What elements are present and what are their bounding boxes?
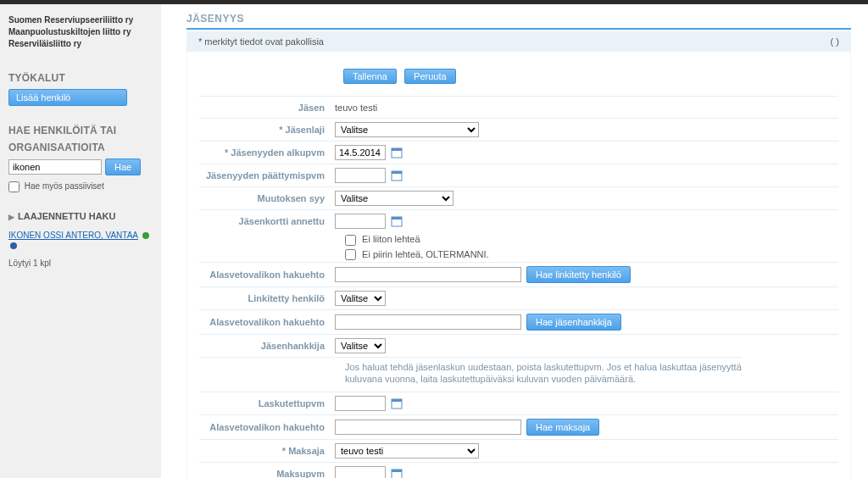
liiton-lehtea-row[interactable]: Ei liiton lehteä	[345, 234, 420, 244]
label-jasenhankkija: Jäsenhankkija	[199, 341, 335, 351]
paren-indicator: ( )	[831, 36, 839, 47]
input-alasveto-2[interactable]	[335, 314, 521, 330]
hae-linkitetty-button[interactable]: Hae linkitetty henkilö	[526, 266, 631, 283]
calendar-icon[interactable]	[391, 170, 403, 181]
svg-rect-3	[392, 171, 402, 174]
checkbox-piirin-lehtea[interactable]	[345, 249, 356, 260]
label-liiton-lehtea: Ei liiton lehteä	[362, 234, 420, 244]
label-alasveto-2: Alasvetovalikon hakuehto	[199, 317, 335, 327]
input-alasveto-1[interactable]	[335, 267, 521, 282]
hae-maksaja-button[interactable]: Hae maksaja	[526, 419, 599, 436]
status-dot-blue	[10, 242, 17, 249]
hae-jasenhankkija-button[interactable]: Hae jäsenhankkija	[526, 314, 621, 331]
label-alasveto-1: Alasvetovalikon hakuehto	[199, 270, 335, 280]
org-item: Maanpuolustuskiltojen liitto ry	[8, 26, 153, 38]
svg-rect-5	[392, 217, 402, 220]
result-count: Löytyi 1 kpl	[8, 258, 153, 268]
calendar-icon[interactable]	[391, 468, 403, 478]
page-title: JÄSENYYS	[186, 13, 851, 25]
label-linkitetty: Linkitetty henkilö	[199, 293, 335, 303]
label-jasenlaji: * Jäsenlaji	[199, 125, 335, 135]
select-jasenlaji[interactable]: Valitse	[335, 122, 479, 137]
billing-note: Jos haluat tehdä jäsenlaskun uudestaan, …	[199, 357, 742, 392]
select-jasenhankkija[interactable]: Valitse	[335, 338, 386, 353]
svg-rect-7	[392, 399, 402, 402]
org-list: Suomen Reserviupseeriliitto ry Maanpuolu…	[8, 14, 153, 50]
save-button[interactable]: Tallenna	[343, 69, 397, 84]
advanced-search-toggle[interactable]: LAAJENNETTU HAKU	[8, 211, 153, 221]
passive-checkbox-row[interactable]: Hae myös passiiviset	[8, 181, 104, 191]
label-laskutettupvm: Laskutettupvm	[199, 398, 335, 409]
label-alasveto-3: Alasvetovalikon hakuehto	[199, 422, 335, 432]
input-alkupvm[interactable]	[335, 145, 386, 160]
search-button[interactable]: Hae	[105, 158, 141, 175]
piirin-lehtea-row[interactable]: Ei piirin lehteä, OLTERMANNI.	[345, 249, 489, 259]
search-result-row: IKONEN OSSI ANTERO, VANTAA	[8, 230, 153, 250]
calendar-icon[interactable]	[391, 147, 403, 158]
label-maksaja: * Maksaja	[199, 446, 335, 456]
search-heading-2: ORGANISAATIOITA	[8, 142, 153, 153]
add-person-button[interactable]: Lisää henkilö	[8, 89, 127, 106]
org-item: Suomen Reserviupseeriliitto ry	[8, 14, 153, 26]
input-kortti[interactable]	[335, 214, 386, 229]
org-item: Reserviläisliitto ry	[8, 38, 153, 50]
select-muutoksensyy[interactable]: Valitse	[335, 191, 453, 206]
action-row: Tallenna Peruuta	[199, 69, 838, 84]
checkbox-liiton-lehtea[interactable]	[345, 235, 356, 246]
cancel-button[interactable]: Peruuta	[404, 69, 456, 84]
search-result-link[interactable]: IKONEN OSSI ANTERO, VANTAA	[8, 231, 138, 240]
label-maksupvm: Maksupvm	[199, 469, 335, 478]
passive-checkbox[interactable]	[8, 181, 19, 192]
input-maksupvm[interactable]	[335, 466, 386, 478]
input-laskutettupvm[interactable]	[335, 396, 386, 411]
form-area: Tallenna Peruuta Jäsen teuvo testi * Jäs…	[186, 52, 851, 478]
input-paattymispvm[interactable]	[335, 168, 386, 183]
required-text: * merkityt tiedot ovat pakollisia	[198, 36, 324, 47]
svg-rect-1	[392, 148, 402, 151]
sidebar: Suomen Reserviupseeriliitto ry Maanpuolu…	[0, 4, 161, 478]
label-muutoksensyy: Muutoksen syy	[199, 193, 335, 203]
title-underline	[186, 28, 851, 30]
search-heading-1: HAE HENKILÖITÄ TAI	[8, 125, 153, 136]
label-jasen: Jäsen	[199, 103, 335, 113]
value-jasen: teuvo testi	[335, 103, 838, 113]
status-dot-green	[142, 232, 149, 239]
select-linkitetty[interactable]: Valitse	[335, 291, 386, 306]
label-paattymispvm: Jäsenyyden päättymispvm	[199, 170, 335, 181]
required-notice: * merkityt tiedot ovat pakollisia ( )	[186, 31, 851, 52]
calendar-icon[interactable]	[391, 215, 403, 227]
search-input[interactable]	[8, 159, 102, 175]
input-alasveto-3[interactable]	[335, 420, 521, 435]
label-piirin-lehtea: Ei piirin lehteä, OLTERMANNI.	[362, 249, 489, 259]
label-kortti: Jäsenkortti annettu	[199, 216, 335, 226]
select-maksaja[interactable]: teuvo testi	[335, 443, 479, 459]
passive-label: Hae myös passiiviset	[25, 181, 104, 191]
calendar-icon[interactable]	[391, 397, 403, 409]
label-alkupvm: * Jäsenyyden alkupvm	[199, 147, 335, 158]
tools-heading: TYÖKALUT	[8, 72, 153, 84]
main-content: JÄSENYYS * merkityt tiedot ovat pakollis…	[161, 4, 868, 478]
svg-rect-9	[392, 470, 402, 472]
